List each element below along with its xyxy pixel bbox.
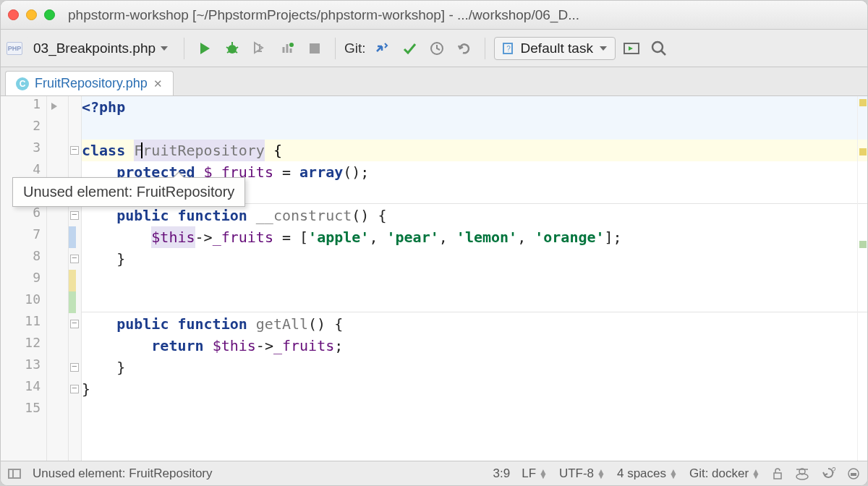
memory-indicator-icon[interactable] <box>847 467 860 480</box>
file-selector-combo[interactable]: 03_Breakpoints.php <box>27 37 175 60</box>
change-marker[interactable] <box>69 270 76 291</box>
line-number: 13 <box>1 357 41 378</box>
inspection-profile-icon[interactable] <box>795 467 809 480</box>
code-line: <?php <box>82 96 867 118</box>
line-number: 11 <box>1 313 41 335</box>
title-bar: phpstorm-workshop [~/PhpstormProjects/ph… <box>1 1 867 30</box>
encoding-selector[interactable]: UTF-8▲▼ <box>559 466 605 481</box>
window-controls <box>8 9 55 20</box>
svg-rect-14 <box>774 473 781 479</box>
chevron-down-icon <box>160 44 169 53</box>
run-anything-button[interactable] <box>620 37 643 60</box>
svg-line-4 <box>227 51 229 53</box>
window-title: phpstorm-workshop [~/PhpstormProjects/ph… <box>68 7 860 23</box>
line-number: 10 <box>1 291 41 313</box>
line-number: 1 <box>1 96 41 118</box>
svg-line-13 <box>661 51 665 55</box>
line-number: 3 <box>1 140 41 161</box>
svg-line-2 <box>226 47 229 48</box>
breakpoint-gutter[interactable] <box>47 96 69 461</box>
info-marker[interactable] <box>859 241 867 248</box>
line-number: 2 <box>1 118 41 140</box>
fold-toggle-icon[interactable] <box>70 211 79 220</box>
git-rollback-button[interactable] <box>453 37 476 60</box>
code-line: return $this->_fruits; <box>82 335 867 357</box>
separator <box>485 38 485 59</box>
line-number: 6 <box>1 205 41 226</box>
code-line: public function __construct() { <box>82 205 867 226</box>
git-label: Git: <box>344 40 366 56</box>
debug-button[interactable] <box>221 37 244 60</box>
class-icon: C <box>16 77 29 90</box>
fold-toggle-icon[interactable] <box>70 320 79 328</box>
fold-toggle-icon[interactable] <box>70 363 79 372</box>
separator <box>335 38 336 59</box>
code-line <box>82 400 867 422</box>
method-separator <box>82 312 867 312</box>
line-separator-selector[interactable]: LF▲▼ <box>522 466 548 481</box>
editor: 1 2 3 4 5 6 7 8 9 10 11 12 13 14 15 <box>1 96 867 461</box>
status-message: Unused element: FruitRepository <box>33 466 482 481</box>
php-file-icon: PHP <box>7 42 22 55</box>
code-line <box>82 291 867 313</box>
close-window-button[interactable] <box>8 9 19 20</box>
search-button[interactable] <box>647 37 671 60</box>
caret-position[interactable]: 3:9 <box>493 466 511 481</box>
git-branch-selector[interactable]: Git: docker▲▼ <box>689 466 760 481</box>
code-line: public function getAll() { <box>82 313 867 335</box>
svg-line-5 <box>235 51 237 53</box>
run-gutter-icon[interactable] <box>51 103 57 110</box>
task-label: Default task <box>521 40 593 56</box>
run-button[interactable] <box>193 37 216 60</box>
change-marker[interactable] <box>69 226 76 248</box>
indent-selector[interactable]: 4 spaces▲▼ <box>617 466 678 481</box>
coverage-button[interactable] <box>248 37 271 60</box>
editor-tabs: C FruitRepository.php ✕ <box>1 67 867 96</box>
fold-toggle-icon[interactable] <box>70 385 79 393</box>
background-tasks-icon[interactable]: ? <box>821 467 835 480</box>
line-number: 8 <box>1 248 41 270</box>
inspection-tooltip: Unused element: FruitRepository <box>12 177 245 207</box>
code-line <box>82 270 867 291</box>
code-line: } <box>82 378 867 400</box>
file-selector-label: 03_Breakpoints.php <box>33 40 156 56</box>
tooltip-text: Unused element: FruitRepository <box>23 184 234 200</box>
ide-window: phpstorm-workshop [~/PhpstormProjects/ph… <box>0 0 868 486</box>
task-icon: ? <box>502 42 515 55</box>
git-history-button[interactable] <box>425 37 448 60</box>
line-number: 7 <box>1 226 41 248</box>
line-number: 15 <box>1 400 41 422</box>
code-line: } <box>82 248 867 270</box>
profile-button[interactable] <box>276 37 299 60</box>
code-line <box>82 118 867 140</box>
code-area[interactable]: <?php class FruitRepository { protected … <box>82 96 867 461</box>
tab-label: FruitRepository.php <box>35 76 148 91</box>
task-dropdown[interactable]: ? Default task <box>494 37 616 60</box>
chevron-down-icon <box>599 44 608 53</box>
readonly-toggle[interactable] <box>772 468 783 479</box>
toolwindow-toggle[interactable] <box>8 469 21 479</box>
separator <box>184 38 184 59</box>
svg-line-3 <box>236 47 238 48</box>
change-marker[interactable] <box>69 291 76 313</box>
stop-button[interactable] <box>303 37 326 60</box>
git-update-button[interactable] <box>370 37 393 60</box>
close-tab-icon[interactable]: ✕ <box>153 77 163 90</box>
line-number: 9 <box>1 270 41 291</box>
line-number-gutter[interactable]: 1 2 3 4 5 6 7 8 9 10 11 12 13 14 15 <box>1 96 47 461</box>
tab-fruitrepository[interactable]: C FruitRepository.php ✕ <box>5 71 174 95</box>
code-line: } <box>82 357 867 378</box>
svg-rect-20 <box>851 473 856 476</box>
code-line: $this->_fruits = ['apple', 'pear', 'lemo… <box>82 226 867 248</box>
git-commit-button[interactable] <box>398 37 421 60</box>
warning-marker[interactable] <box>859 148 867 155</box>
error-stripe[interactable] <box>857 96 867 461</box>
main-toolbar: PHP 03_Breakpoints.php Git: <box>1 30 867 67</box>
minimize-window-button[interactable] <box>26 9 37 20</box>
warning-marker[interactable] <box>859 99 867 106</box>
svg-text:?: ? <box>506 45 511 53</box>
line-number: 14 <box>1 378 41 400</box>
maximize-window-button[interactable] <box>44 9 55 20</box>
fold-toggle-icon[interactable] <box>70 146 79 155</box>
fold-toggle-icon[interactable] <box>70 255 79 263</box>
